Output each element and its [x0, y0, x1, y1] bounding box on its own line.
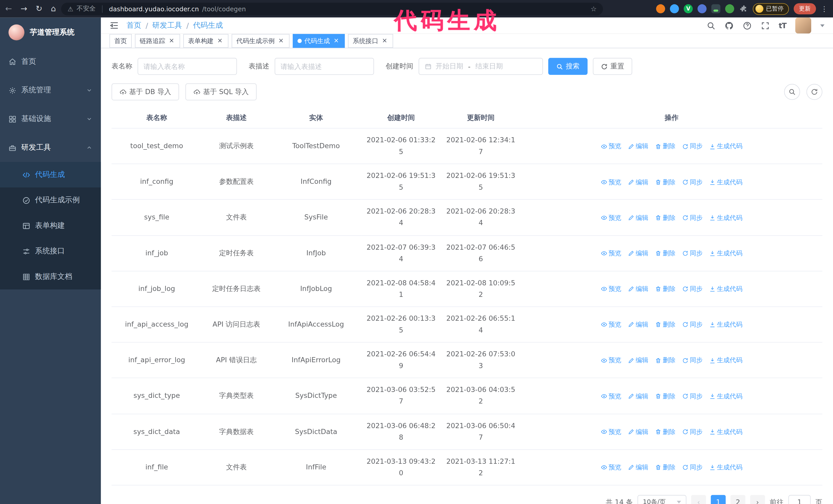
edit-link[interactable]: 编辑 — [628, 426, 648, 437]
import-db-button[interactable]: 基于 DB 导入 — [112, 83, 179, 100]
tab-item[interactable]: 代码生成× — [293, 34, 345, 48]
close-icon[interactable]: × — [277, 37, 285, 45]
close-icon[interactable]: × — [333, 37, 340, 45]
home-button[interactable]: ⌂ — [51, 5, 56, 13]
delete-link[interactable]: 删除 — [655, 462, 675, 473]
sync-link[interactable]: 同步 — [682, 177, 703, 187]
toggle-search-button[interactable] — [784, 84, 800, 100]
goto-page-input[interactable] — [788, 495, 811, 504]
help-icon[interactable] — [742, 21, 752, 30]
sidebar-item-devtools[interactable]: 研发工具 — [0, 133, 101, 162]
sync-link[interactable]: 同步 — [682, 462, 703, 473]
tab-item[interactable]: 表单构建× — [183, 34, 229, 48]
edit-link[interactable]: 编辑 — [628, 284, 648, 294]
sidebar-item-db-docs[interactable]: 数据库文档 — [0, 264, 101, 289]
sync-link[interactable]: 同步 — [682, 391, 703, 402]
table-desc-input[interactable] — [275, 58, 374, 75]
generate-code-link[interactable]: 生成代码 — [709, 462, 742, 473]
generate-code-link[interactable]: 生成代码 — [709, 248, 742, 259]
delete-link[interactable]: 删除 — [655, 355, 675, 366]
edit-link[interactable]: 编辑 — [628, 212, 648, 223]
create-time-range-picker[interactable]: 开始日期 - 结束日期 — [419, 58, 543, 75]
page-button[interactable]: 2 — [731, 495, 745, 504]
table-name-input[interactable] — [138, 58, 237, 75]
fullscreen-icon[interactable] — [761, 21, 770, 30]
delete-link[interactable]: 删除 — [655, 319, 675, 330]
preview-link[interactable]: 预览 — [600, 177, 621, 187]
edit-link[interactable]: 编辑 — [628, 319, 648, 330]
refresh-table-button[interactable] — [806, 84, 822, 100]
edit-link[interactable]: 编辑 — [628, 355, 648, 366]
back-button[interactable]: ← — [5, 5, 12, 13]
forward-button[interactable]: → — [21, 5, 27, 13]
import-sql-button[interactable]: 基于 SQL 导入 — [186, 83, 257, 100]
sidebar-item-codegen-example[interactable]: 代码生成示例 — [0, 187, 101, 213]
delete-link[interactable]: 删除 — [655, 426, 675, 437]
search-icon[interactable] — [706, 21, 715, 30]
address-bar[interactable]: ⚠ 不安全 dashboard.yudao.iocoder.cn/tool/co… — [61, 2, 603, 15]
sync-link[interactable]: 同步 — [682, 426, 703, 437]
sync-link[interactable]: 同步 — [682, 284, 703, 294]
extension-icon[interactable]: V — [684, 4, 693, 13]
edit-link[interactable]: 编辑 — [628, 391, 648, 402]
search-button[interactable]: 搜索 — [548, 58, 588, 75]
next-page-button[interactable]: › — [750, 495, 765, 504]
generate-code-link[interactable]: 生成代码 — [709, 212, 742, 223]
close-icon[interactable]: × — [216, 37, 224, 45]
sidebar-item-system-api[interactable]: 系统接口 — [0, 238, 101, 264]
generate-code-link[interactable]: 生成代码 — [709, 319, 742, 330]
preview-link[interactable]: 预览 — [600, 212, 621, 223]
delete-link[interactable]: 删除 — [655, 391, 675, 402]
edit-link[interactable]: 编辑 — [628, 462, 648, 473]
edit-link[interactable]: 编辑 — [628, 177, 648, 187]
delete-link[interactable]: 删除 — [655, 212, 675, 223]
close-icon[interactable]: × — [168, 37, 175, 45]
sync-link[interactable]: 同步 — [682, 355, 703, 366]
prev-page-button[interactable]: ‹ — [691, 495, 706, 504]
browser-profile-chip[interactable]: 已暂停 — [753, 3, 789, 15]
github-icon[interactable] — [724, 21, 734, 30]
preview-link[interactable]: 预览 — [600, 319, 621, 330]
extension-icon[interactable] — [670, 4, 679, 13]
extensions-puzzle-icon[interactable] — [739, 4, 748, 13]
generate-code-link[interactable]: 生成代码 — [709, 426, 742, 437]
extension-icon[interactable] — [697, 4, 706, 13]
extension-icon[interactable] — [711, 4, 720, 13]
browser-update-button[interactable]: 更新 — [794, 3, 816, 14]
tab-item[interactable]: 系统接口× — [348, 34, 393, 48]
sidebar-item-home[interactable]: 首页 — [0, 47, 101, 76]
reload-button[interactable]: ↻ — [35, 5, 42, 13]
preview-link[interactable]: 预览 — [600, 426, 621, 437]
breadcrumb-devtools[interactable]: 研发工具 — [152, 21, 182, 30]
generate-code-link[interactable]: 生成代码 — [709, 284, 742, 294]
reset-button[interactable]: 重置 — [593, 58, 632, 75]
preview-link[interactable]: 预览 — [600, 462, 621, 473]
generate-code-link[interactable]: 生成代码 — [709, 177, 742, 187]
close-icon[interactable]: × — [381, 37, 388, 45]
page-button[interactable]: 1 — [711, 495, 725, 504]
preview-link[interactable]: 预览 — [600, 391, 621, 402]
sync-link[interactable]: 同步 — [682, 319, 703, 330]
sync-link[interactable]: 同步 — [682, 248, 703, 259]
sidebar-item-codegen[interactable]: 代码生成 — [0, 162, 101, 187]
tab-item[interactable]: 代码生成示例× — [232, 34, 290, 48]
preview-link[interactable]: 预览 — [600, 141, 621, 152]
delete-link[interactable]: 删除 — [655, 177, 675, 187]
browser-menu-icon[interactable]: ⋮ — [821, 5, 828, 13]
chevron-down-icon[interactable] — [820, 24, 825, 27]
generate-code-link[interactable]: 生成代码 — [709, 391, 742, 402]
delete-link[interactable]: 删除 — [655, 248, 675, 259]
preview-link[interactable]: 预览 — [600, 355, 621, 366]
tab-item[interactable]: 链路追踪× — [135, 34, 180, 48]
bookmark-star-icon[interactable]: ☆ — [591, 5, 597, 13]
sidebar-item-form-builder[interactable]: 表单构建 — [0, 213, 101, 238]
sidebar-collapse-icon[interactable] — [110, 21, 119, 30]
user-avatar[interactable] — [795, 18, 811, 33]
extension-icon[interactable] — [656, 4, 665, 13]
delete-link[interactable]: 删除 — [655, 141, 675, 152]
sidebar-item-infra[interactable]: 基础设施 — [0, 104, 101, 133]
delete-link[interactable]: 删除 — [655, 284, 675, 294]
preview-link[interactable]: 预览 — [600, 284, 621, 294]
edit-link[interactable]: 编辑 — [628, 248, 648, 259]
font-size-icon[interactable]: tT — [779, 21, 786, 30]
